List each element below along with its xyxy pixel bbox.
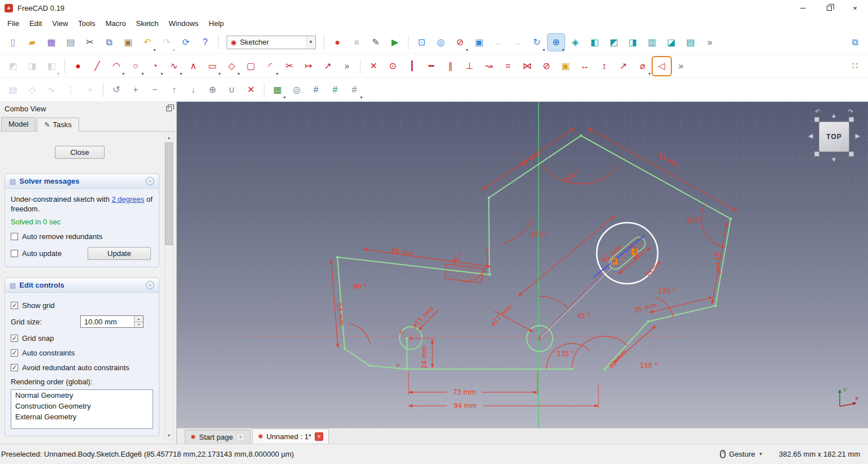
zoom-button[interactable]: ⊕▼ — [548, 34, 565, 51]
cube-corner[interactable] — [849, 117, 854, 122]
cube-arrow-down-icon[interactable]: ▼ — [831, 156, 837, 163]
auto-constraints-checkbox[interactable] — [11, 349, 18, 357]
macro-execute-button[interactable]: ▶ — [387, 34, 403, 51]
dimension-label[interactable]: 24 mm — [420, 346, 428, 369]
cube-corner[interactable] — [814, 151, 819, 157]
scroll-down-button[interactable]: ▼ — [165, 431, 173, 440]
draw-style-button[interactable]: ⊘▼ — [452, 34, 468, 51]
view-right-button[interactable]: ◨ — [624, 34, 641, 51]
grid-snap-checkbox[interactable] — [11, 335, 18, 342]
view-sketch-button[interactable]: ◨ — [24, 58, 41, 75]
insert-knot-button[interactable]: ⊕ — [204, 81, 221, 98]
convert-to-nurbs-button[interactable]: ↺ — [108, 81, 125, 98]
nav-cube-top-face[interactable]: TOP — [819, 122, 849, 152]
bspline-control-polygon-button[interactable]: ◇ — [24, 81, 41, 98]
viewport[interactable]: 85 mm90 °150 °81 mm103 °61 mm55 mm105 °5… — [177, 102, 868, 428]
navigation-style-selector[interactable]: Gesture ▼ — [720, 450, 763, 458]
cube-corner[interactable] — [814, 117, 819, 122]
redo-button[interactable]: ↷▼ — [158, 34, 175, 51]
list-item[interactable]: Normal Geometry — [11, 390, 153, 401]
cut-button[interactable]: ✂ — [81, 34, 98, 51]
macro-record-button[interactable]: ● — [329, 34, 346, 51]
copy-button[interactable]: ⧉ — [101, 34, 118, 51]
menu-help[interactable]: Help — [203, 18, 229, 29]
dimension-label[interactable]: 105 ° — [686, 216, 704, 224]
navigation-cube[interactable]: ↶ ↷ ▲ ▼ ◀ ▶ TOP — [807, 110, 861, 164]
map-sketch-button[interactable]: ◧▼ — [43, 58, 60, 75]
auto-remove-redundants-checkbox[interactable] — [11, 233, 18, 240]
toggle-grid-snap-button[interactable]: # — [327, 81, 344, 98]
view-bottom-button[interactable]: ◪ — [663, 34, 680, 51]
extend-edge-button[interactable]: ↦ — [300, 58, 317, 75]
bspline-curvature-comb-button[interactable]: ∿ — [43, 81, 60, 98]
decrease-knot-multiplicity-button[interactable]: ↓ — [185, 81, 202, 98]
constrain-horizontal-button[interactable]: ━ — [423, 58, 440, 75]
dimension-label[interactable]: 120 ° — [658, 287, 675, 295]
tab-model[interactable]: Model — [1, 117, 36, 131]
view-top-button[interactable]: ◩ — [605, 34, 622, 51]
switch-virtual-space-button[interactable]: ◎ — [288, 81, 305, 98]
rotate-view-button[interactable]: ↻▼ — [528, 34, 545, 51]
macro-stop-button[interactable]: ■ — [348, 34, 365, 51]
print-button[interactable]: ▤ — [62, 34, 79, 51]
link-view-button[interactable]: ⧉ — [847, 34, 863, 51]
dimension-label[interactable]: 150 ° — [530, 231, 548, 238]
close-tab-button[interactable]: × — [315, 432, 323, 441]
create-fillet-button[interactable]: ◜▼ — [262, 58, 279, 75]
dimension-label[interactable]: 150 ° — [640, 362, 657, 370]
create-rectangle-button[interactable]: ▭▼ — [204, 58, 221, 75]
list-item[interactable]: External Geometry — [11, 411, 153, 422]
cube-arrow-up-icon[interactable]: ▲ — [831, 112, 837, 119]
increase-knot-multiplicity-button[interactable]: ↑ — [166, 81, 183, 98]
save-document-button[interactable]: ▦ — [43, 34, 60, 51]
dimension-label[interactable]: 135 ° — [557, 350, 574, 358]
collapse-icon[interactable]: » — [146, 177, 154, 185]
create-bspline-button[interactable]: ∿▼ — [166, 58, 183, 75]
whats-this-button[interactable]: ? — [197, 34, 214, 51]
scroll-up-button[interactable]: ▲ — [165, 133, 173, 142]
open-document-button[interactable]: ▰ — [24, 34, 41, 51]
create-arc-button[interactable]: ◠▼ — [108, 58, 125, 75]
rendering-order-list[interactable]: Normal GeometryConstruction GeometryExte… — [11, 389, 153, 429]
chevron-down-icon[interactable]: ▼ — [306, 36, 315, 49]
edit-controls-header[interactable]: ▤ Edit controls » — [5, 278, 159, 293]
menu-file[interactable]: File — [2, 18, 24, 29]
constrain-diameter-button[interactable]: ⌀▼ — [634, 58, 651, 75]
decrease-bspline-degree-button[interactable]: − — [146, 81, 163, 98]
configure-grid-button[interactable]: #▼ — [346, 81, 363, 98]
close-button[interactable]: × — [842, 0, 868, 16]
bspline-pole-weight-button[interactable]: ∘ — [81, 81, 98, 98]
toggle-grid-button[interactable]: # — [307, 81, 324, 98]
cube-corner[interactable] — [849, 151, 854, 157]
constrain-lock-button[interactable]: ▣ — [557, 58, 574, 75]
textured-view-button[interactable]: ▣ — [471, 34, 488, 51]
create-point-button[interactable]: ● — [70, 58, 86, 75]
select-associated-constraints-button[interactable]: ▦▼ — [269, 81, 286, 98]
macro-edit-button[interactable]: ✎ — [367, 34, 384, 51]
dimension-label[interactable]: 73 mm — [453, 388, 476, 396]
toggle-constraints-button[interactable]: ∷ — [847, 58, 863, 75]
grid-size-spinbox[interactable]: 10.00 mm ▲ ▼ — [80, 315, 144, 328]
dimension-label[interactable]: 94 mm — [454, 402, 477, 410]
bspline-degree-button[interactable]: ▤ — [5, 81, 21, 98]
external-geometry-button[interactable]: ↗ — [319, 58, 336, 75]
restore-button[interactable] — [816, 0, 842, 16]
close-task-button[interactable]: Close — [55, 146, 105, 159]
constrain-equal-button[interactable]: = — [500, 58, 517, 75]
cube-arrow-left-icon[interactable]: ◀ — [808, 132, 813, 140]
undo-button[interactable]: ↶▼ — [139, 34, 156, 51]
menu-macro[interactable]: Macro — [101, 18, 131, 29]
auto-update-checkbox[interactable] — [11, 250, 18, 257]
close-tab-button[interactable]: × — [236, 433, 245, 441]
create-slot-button[interactable]: ▢ — [242, 58, 259, 75]
new-document-button[interactable]: ▯ — [5, 34, 21, 51]
spin-up-button[interactable]: ▲ — [134, 316, 143, 322]
trim-edge-button[interactable]: ✂ — [281, 58, 298, 75]
view-rear-button[interactable]: ▥ — [644, 34, 661, 51]
nav-forward-button[interactable]: → — [509, 34, 526, 51]
rotate-right-icon[interactable]: ↷ — [848, 108, 853, 115]
collapse-icon[interactable]: » — [146, 281, 154, 289]
constrain-angle-button[interactable]: ◁ — [653, 58, 670, 75]
constraints-overflow-button[interactable]: » — [672, 58, 689, 75]
nav-back-button[interactable]: ← — [490, 34, 507, 51]
